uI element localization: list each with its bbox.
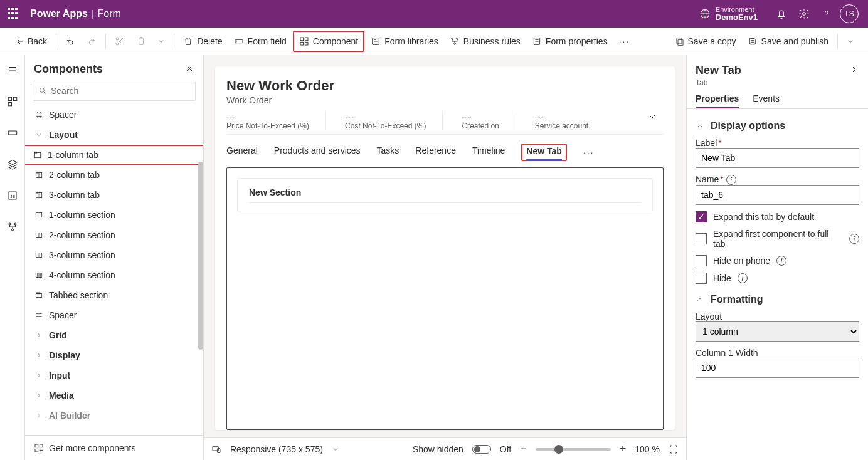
- group-ai-builder[interactable]: AI Builder: [25, 405, 203, 426]
- group-grid[interactable]: Grid: [25, 325, 203, 345]
- header-chevron-icon[interactable]: [647, 112, 657, 123]
- component-3-column-tab[interactable]: 3-column tab: [25, 185, 203, 205]
- svg-rect-34: [36, 193, 41, 198]
- zoom-out[interactable]: −: [520, 442, 527, 456]
- col1-width-input[interactable]: [696, 358, 859, 378]
- redo-button[interactable]: [82, 31, 102, 52]
- hide-phone-checkbox[interactable]: [696, 255, 707, 266]
- js-icon[interactable]: JS: [3, 186, 23, 206]
- expand-first-label: Expand first component to full tab: [713, 229, 843, 249]
- component-1-column-tab[interactable]: 1-column tab: [25, 145, 203, 165]
- layout-select[interactable]: 1 column: [696, 321, 859, 342]
- display-options-header[interactable]: Display options: [696, 120, 859, 132]
- brand-title: Power Apps: [30, 8, 88, 19]
- header-field[interactable]: ---Price Not-To-Exceed (%): [226, 112, 326, 130]
- props-chevron-icon[interactable]: [849, 65, 859, 76]
- help-button[interactable]: [815, 3, 838, 25]
- expand-first-checkbox[interactable]: [696, 233, 707, 244]
- svg-point-1: [803, 13, 806, 16]
- tab-general[interactable]: General: [226, 145, 258, 159]
- component-spacer[interactable]: Spacer: [25, 105, 203, 125]
- delete-button[interactable]: Delete: [178, 31, 227, 52]
- tab-new-tab[interactable]: New Tab: [521, 144, 567, 161]
- header-field[interactable]: ---Cost Not-To-Exceed (%): [345, 112, 443, 130]
- svg-rect-22: [8, 103, 11, 106]
- tab-tasks[interactable]: Tasks: [377, 145, 400, 159]
- responsive-label[interactable]: Responsive (735 x 575): [230, 444, 323, 454]
- section[interactable]: New Section: [237, 178, 653, 212]
- svg-rect-45: [35, 449, 38, 452]
- show-hidden-toggle[interactable]: [472, 445, 491, 454]
- cut-button[interactable]: [110, 31, 130, 52]
- info-icon[interactable]: i: [849, 234, 859, 244]
- component-2-column-tab[interactable]: 2-column tab: [25, 165, 203, 185]
- form-libraries-button[interactable]: Form libraries: [366, 31, 443, 52]
- svg-rect-36: [36, 213, 41, 217]
- component-2-column-section[interactable]: 2-column section: [25, 225, 203, 245]
- component-1-column-section[interactable]: 1-column section: [25, 205, 203, 225]
- svg-text:JS: JS: [10, 194, 15, 199]
- search-input-wrapper[interactable]: [33, 81, 196, 101]
- tab-timeline[interactable]: Timeline: [472, 145, 505, 159]
- tab-body[interactable]: New Section: [226, 167, 664, 430]
- label-input[interactable]: [696, 148, 859, 168]
- component-button[interactable]: Component: [293, 31, 364, 52]
- tab-reference[interactable]: Reference: [415, 145, 456, 159]
- save-publish-button[interactable]: Save and publish: [743, 31, 834, 52]
- group-media[interactable]: Media: [25, 385, 203, 405]
- business-rules-button[interactable]: Business rules: [445, 31, 526, 52]
- get-more-components[interactable]: Get more components: [25, 435, 203, 460]
- svg-point-12: [451, 38, 453, 39]
- rules-icon[interactable]: [3, 217, 23, 237]
- field-icon[interactable]: [3, 123, 23, 143]
- settings-button[interactable]: [793, 3, 815, 25]
- paste-button[interactable]: [131, 31, 151, 52]
- props-tab-properties[interactable]: Properties: [696, 93, 739, 108]
- back-button[interactable]: Back: [9, 31, 52, 52]
- formatting-header[interactable]: Formatting: [696, 294, 859, 305]
- svg-point-13: [456, 38, 458, 39]
- hide-checkbox[interactable]: [696, 273, 707, 284]
- save-copy-button[interactable]: Save a copy: [669, 31, 741, 52]
- info-icon[interactable]: i: [738, 273, 748, 283]
- zoom-slider[interactable]: [536, 448, 611, 451]
- header-field[interactable]: ---Created on: [462, 112, 516, 130]
- user-avatar[interactable]: TS: [838, 3, 860, 25]
- search-input[interactable]: [51, 86, 190, 96]
- close-panel-icon[interactable]: [184, 63, 194, 75]
- environment-picker[interactable]: Environment DemoEnv1: [699, 6, 758, 22]
- component-tabbed-section[interactable]: Tabbed section: [25, 285, 203, 305]
- form-field-button[interactable]: Form field: [229, 31, 292, 52]
- tree-view-icon[interactable]: [3, 91, 23, 112]
- form-properties-button[interactable]: Form properties: [527, 31, 613, 52]
- brand-divider: |: [92, 9, 94, 19]
- component-spacer-2[interactable]: Spacer: [25, 305, 203, 325]
- save-publish-dropdown[interactable]: [842, 31, 859, 52]
- name-field-label: Name* i: [696, 174, 736, 184]
- hamburger-icon[interactable]: [3, 60, 23, 80]
- zoom-in[interactable]: +: [620, 442, 627, 456]
- group-layout[interactable]: Layout: [25, 125, 203, 145]
- props-tab-events[interactable]: Events: [753, 93, 780, 108]
- name-input[interactable]: [696, 185, 859, 205]
- expand-default-checkbox[interactable]: ✓: [696, 211, 707, 222]
- header-field[interactable]: ---Service account: [535, 112, 605, 130]
- info-icon[interactable]: i: [776, 256, 786, 266]
- scrollbar[interactable]: [198, 162, 203, 350]
- group-input[interactable]: Input: [25, 365, 203, 385]
- more-commands[interactable]: ···: [614, 31, 635, 52]
- chevron-down-icon[interactable]: [332, 446, 339, 453]
- globe-icon: [699, 8, 711, 19]
- component-4-column-section[interactable]: 4-column section: [25, 265, 203, 285]
- group-display[interactable]: Display: [25, 345, 203, 365]
- layers-icon[interactable]: [3, 154, 23, 174]
- notifications-button[interactable]: [770, 3, 793, 25]
- fit-icon[interactable]: [669, 444, 679, 454]
- undo-button[interactable]: [60, 31, 80, 52]
- tabs-more[interactable]: ···: [583, 147, 595, 157]
- tab-products-services[interactable]: Products and services: [274, 145, 361, 159]
- info-icon[interactable]: i: [726, 175, 736, 185]
- component-3-column-section[interactable]: 3-column section: [25, 245, 203, 265]
- paste-dropdown[interactable]: [152, 31, 170, 52]
- app-launcher-icon[interactable]: [8, 8, 20, 20]
